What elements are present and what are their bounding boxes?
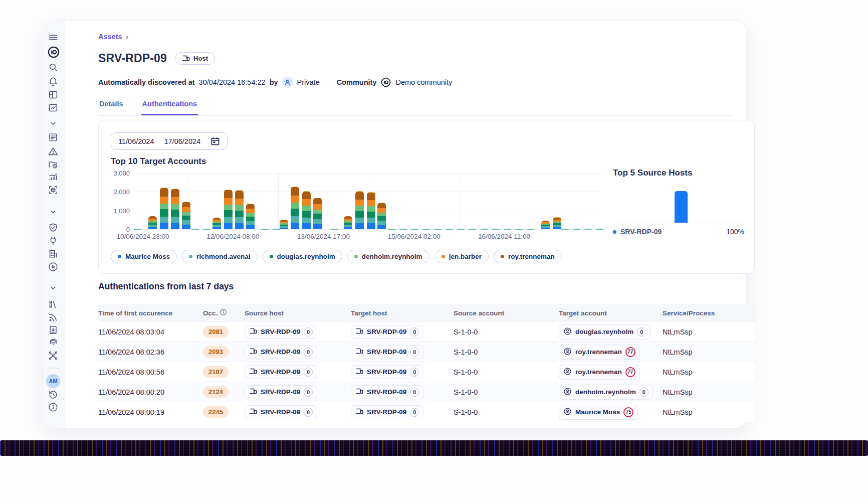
table-body: 11/06/2024 08:03:042081SRV-RDP-090SRV-RD… <box>98 322 755 422</box>
stacked-bar[interactable] <box>302 191 311 229</box>
gridline-v <box>460 173 460 229</box>
stacked-bar[interactable] <box>280 220 288 229</box>
stacked-bar[interactable] <box>313 198 322 229</box>
scan-cube-icon[interactable] <box>48 185 59 196</box>
bar-segment-roy-trenneman <box>171 189 179 197</box>
play-circle-icon[interactable] <box>48 261 59 272</box>
target-host-chip[interactable]: SRV-RDP-090 <box>351 365 423 379</box>
legend-item-roy-trenneman[interactable]: roy.trenneman <box>494 250 562 263</box>
tab-bar: DetailsAuthentications <box>98 95 732 116</box>
report-doc-icon[interactable] <box>48 324 59 335</box>
plug-icon[interactable] <box>48 235 59 246</box>
info-icon[interactable] <box>48 402 59 413</box>
bar-segment-denholm-reynholm <box>367 206 375 211</box>
table-row[interactable]: 11/06/2024 08:00:192245SRV-RDP-090SRV-RD… <box>98 402 755 422</box>
bar-segment-denholm-reynholm <box>182 212 190 216</box>
rss-icon[interactable] <box>48 312 59 323</box>
stacked-bar[interactable] <box>182 202 190 229</box>
stacked-bar[interactable] <box>212 218 221 229</box>
bar-segment-jen-barber <box>246 209 255 213</box>
shield-check-icon[interactable] <box>48 222 59 233</box>
table-row[interactable]: 11/06/2024 08:03:042081SRV-RDP-090SRV-RD… <box>98 322 755 342</box>
source-host-count-badge: 0 <box>304 368 313 377</box>
source-host-chip[interactable]: SRV-RDP-090 <box>245 325 317 339</box>
stacked-bar[interactable] <box>355 191 364 229</box>
host-type-badge: Host <box>175 52 215 65</box>
date-range-picker[interactable]: 11/06/2024 17/06/2024 <box>111 132 228 150</box>
occurrence-count-badge: 2093 <box>203 346 229 358</box>
source-host-bar[interactable] <box>675 191 688 223</box>
legend-label: richmond.avenal <box>196 253 250 260</box>
stacked-bar[interactable] <box>344 216 352 229</box>
legend-item-maurice-moss[interactable]: Maurice Moss <box>111 250 177 263</box>
stacked-bar[interactable] <box>246 204 255 229</box>
target-host-chip[interactable]: SRV-RDP-090 <box>351 345 423 359</box>
target-account-risk-badge: 0 <box>639 388 648 397</box>
stacked-bar[interactable] <box>553 217 561 229</box>
breadcrumb-assets-link[interactable]: Assets <box>98 33 122 41</box>
stacked-bar[interactable] <box>160 188 168 229</box>
target-host-chip[interactable]: SRV-RDP-090 <box>351 405 423 419</box>
bell-icon[interactable] <box>48 76 59 87</box>
stacked-bar[interactable] <box>291 187 299 229</box>
x-tick-label: 13/06/2024 17:00 <box>297 233 350 240</box>
chevron-down-icon[interactable] <box>48 282 59 293</box>
source-host-chip[interactable]: SRV-RDP-090 <box>245 365 317 379</box>
occurrences-info-icon[interactable] <box>220 308 227 317</box>
target-account-chip[interactable]: Maurice Moss75 <box>559 405 638 420</box>
legend-dot <box>189 255 192 258</box>
stats-icon[interactable] <box>48 172 59 183</box>
menu-icon[interactable] <box>48 32 59 43</box>
library-icon[interactable] <box>48 299 59 310</box>
chart-legend: Maurice Mossrichmond.avenaldouglas.reynh… <box>111 250 562 263</box>
stacked-bar[interactable] <box>171 189 179 229</box>
target-account-chip[interactable]: douglas.reynholm0 <box>559 324 650 340</box>
calendar-icon[interactable] <box>210 136 220 146</box>
source-host-chip[interactable]: SRV-RDP-090 <box>245 345 317 359</box>
tab-authentications[interactable]: Authentications <box>141 95 198 115</box>
bar-segment-douglas-reynholm <box>313 214 322 219</box>
table-row[interactable]: 11/06/2024 08:00:562107SRV-RDP-090SRV-RD… <box>98 362 755 382</box>
layout-columns-icon[interactable] <box>48 89 59 100</box>
search-icon[interactable] <box>48 62 59 73</box>
target-host-chip[interactable]: SRV-RDP-090 <box>351 385 423 399</box>
legend-item-denholm-reynholm[interactable]: denholm.reynholm <box>347 250 429 263</box>
table-row[interactable]: 11/06/2024 08:00:202124SRV-RDP-090SRV-RD… <box>98 382 755 402</box>
network-icon[interactable] <box>48 350 59 361</box>
stacked-bar[interactable] <box>148 216 157 229</box>
legend-item-douglas-reynholm[interactable]: douglas.reynholm <box>263 250 342 263</box>
y-tick-label: 0 <box>126 226 130 233</box>
stacked-bar[interactable] <box>541 221 550 229</box>
folder-clock-icon[interactable] <box>48 159 59 171</box>
fingerprint-icon[interactable] <box>48 337 59 348</box>
table-row[interactable]: 11/06/2024 08:02:362093SRV-RDP-090SRV-RD… <box>98 342 755 362</box>
person-icon <box>563 367 572 377</box>
legend-item-jen-barber[interactable]: jen.barber <box>435 250 489 263</box>
chart-square-icon[interactable] <box>48 102 59 113</box>
target-host-chip[interactable]: SRV-RDP-090 <box>351 325 423 339</box>
history-icon[interactable] <box>48 389 59 400</box>
clipboard-list-icon[interactable] <box>48 132 59 143</box>
target-account-chip[interactable]: roy.trenneman77 <box>559 345 640 360</box>
legend-item-richmond-avenal[interactable]: richmond.avenal <box>182 250 257 263</box>
target-account-chip[interactable]: denholm.reynholm0 <box>559 385 653 400</box>
building-icon[interactable] <box>48 248 59 259</box>
baseline-dash <box>399 229 407 230</box>
stacked-bar[interactable] <box>235 190 244 229</box>
target-host-count-badge: 0 <box>410 388 419 397</box>
stacked-bar[interactable] <box>377 203 386 229</box>
baseline-dash <box>411 229 418 230</box>
stacked-bar[interactable] <box>224 190 233 229</box>
tab-details[interactable]: Details <box>98 95 124 115</box>
chevron-down-icon[interactable] <box>48 118 59 129</box>
source-host-chip[interactable]: SRV-RDP-090 <box>245 405 317 419</box>
alert-triangle-icon[interactable] <box>48 146 59 157</box>
x-tick-label: 10/06/2024 23:00 <box>117 233 169 240</box>
target-account-chip[interactable]: roy.trenneman77 <box>559 365 640 380</box>
chevron-down-icon[interactable] <box>48 206 59 217</box>
stacked-bar[interactable] <box>367 192 375 229</box>
source-host-chip[interactable]: SRV-RDP-090 <box>245 385 317 399</box>
logo-io-icon[interactable] <box>47 46 60 59</box>
source-host-name: SRV-RDP-09 <box>261 368 300 376</box>
user-avatar[interactable]: AM <box>46 374 60 388</box>
